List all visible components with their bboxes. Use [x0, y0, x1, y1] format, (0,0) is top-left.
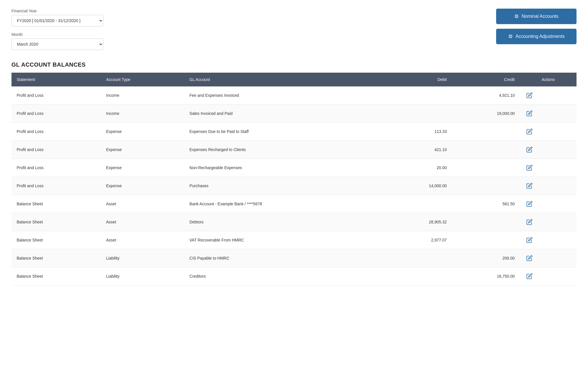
- edit-button[interactable]: [525, 91, 534, 100]
- cell-credit: 16,750.00: [452, 267, 520, 285]
- table-body: Profit and Loss Income Fee and Expenses …: [11, 86, 577, 285]
- cell-statement: Profit and Loss: [11, 141, 101, 159]
- cell-statement: Profit and Loss: [11, 159, 101, 177]
- cell-gl-account: Sales Invoiced and Paid: [184, 105, 384, 123]
- table-header: Statement Account Type GL Account Debit …: [11, 73, 577, 86]
- cell-account-type: Expense: [101, 141, 184, 159]
- accounting-adjustments-label: Accounting Adjustments: [516, 34, 565, 39]
- accounting-adjustments-button[interactable]: ⚙ Accounting Adjustments: [496, 29, 577, 44]
- gl-account-balances-section: GL ACCOUNT BALANCES Statement Account Ty…: [11, 61, 577, 285]
- cell-credit: 4,921.10: [452, 86, 520, 105]
- table-row: Balance Sheet Asset VAT Recoverable From…: [11, 231, 577, 249]
- edit-button[interactable]: [525, 109, 534, 118]
- col-account-type: Account Type: [101, 73, 184, 86]
- cell-gl-account: Bank Account - Example Bank / ****5678: [184, 195, 384, 213]
- col-actions: Actions: [520, 73, 577, 86]
- col-gl-account: GL Account: [184, 73, 384, 86]
- accounting-adjustments-icon: ⚙: [508, 33, 513, 40]
- table-row: Balance Sheet Liability CIS Payable to H…: [11, 249, 577, 267]
- financial-year-group: Financial Year FY2020 [ 01/01/2020 - 31/…: [11, 9, 103, 26]
- edit-button[interactable]: [525, 218, 534, 226]
- action-buttons-section: ⚙ Nominal Accounts ⚙ Accounting Adjustme…: [496, 9, 577, 44]
- table-row: Profit and Loss Income Fee and Expenses …: [11, 86, 577, 105]
- cell-debit: 2,977.07: [384, 231, 452, 249]
- cell-gl-account: Non-Rechargeable Expenses: [184, 159, 384, 177]
- cell-account-type: Asset: [101, 231, 184, 249]
- month-select[interactable]: March 2020: [11, 38, 103, 50]
- table-row: Balance Sheet Liability Creditors 16,750…: [11, 267, 577, 285]
- section-title: GL ACCOUNT BALANCES: [11, 61, 577, 68]
- cell-debit: [384, 105, 452, 123]
- col-statement: Statement: [11, 73, 101, 86]
- cell-gl-account: Creditors: [184, 267, 384, 285]
- cell-credit: 581.50: [452, 195, 520, 213]
- cell-statement: Profit and Loss: [11, 86, 101, 105]
- edit-button[interactable]: [525, 145, 534, 154]
- top-section: Financial Year FY2020 [ 01/01/2020 - 31/…: [11, 9, 577, 50]
- edit-button[interactable]: [525, 127, 534, 136]
- cell-actions: [520, 159, 577, 177]
- cell-actions: [520, 105, 577, 123]
- cell-actions: [520, 195, 577, 213]
- table-row: Profit and Loss Expense Purchases 14,000…: [11, 177, 577, 195]
- financial-year-select[interactable]: FY2020 [ 01/01/2020 - 31/12/2020 ]: [11, 15, 103, 26]
- cell-debit: 113.33: [384, 123, 452, 141]
- cell-debit: [384, 249, 452, 267]
- col-credit: Credit: [452, 73, 520, 86]
- edit-button[interactable]: [525, 254, 534, 262]
- cell-account-type: Expense: [101, 177, 184, 195]
- cell-account-type: Liability: [101, 267, 184, 285]
- edit-button[interactable]: [525, 200, 534, 208]
- cell-account-type: Asset: [101, 213, 184, 231]
- table-row: Profit and Loss Expense Non-Rechargeable…: [11, 159, 577, 177]
- month-label: Month: [11, 32, 103, 37]
- cell-account-type: Income: [101, 105, 184, 123]
- edit-button[interactable]: [525, 181, 534, 190]
- table-row: Balance Sheet Asset Debtors 28,905.32: [11, 213, 577, 231]
- cell-account-type: Asset: [101, 195, 184, 213]
- cell-account-type: Income: [101, 86, 184, 105]
- cell-credit: [452, 177, 520, 195]
- cell-gl-account: Fee and Expenses Invoiced: [184, 86, 384, 105]
- financial-year-label: Financial Year: [11, 9, 103, 13]
- cell-statement: Balance Sheet: [11, 267, 101, 285]
- cell-gl-account: VAT Recoverable From HMRC: [184, 231, 384, 249]
- cell-statement: Profit and Loss: [11, 123, 101, 141]
- cell-debit: [384, 195, 452, 213]
- cell-credit: [452, 123, 520, 141]
- cell-statement: Profit and Loss: [11, 177, 101, 195]
- cell-gl-account: Expenses Due to be Paid to Staff: [184, 123, 384, 141]
- form-section: Financial Year FY2020 [ 01/01/2020 - 31/…: [11, 9, 103, 50]
- month-group: Month March 2020: [11, 32, 103, 50]
- cell-gl-account: Debtors: [184, 213, 384, 231]
- nominal-accounts-label: Nominal Accounts: [522, 14, 558, 19]
- cell-debit: 28,905.32: [384, 213, 452, 231]
- cell-credit: 19,000.00: [452, 105, 520, 123]
- nominal-accounts-button[interactable]: ⚙ Nominal Accounts: [496, 9, 577, 24]
- cell-actions: [520, 86, 577, 105]
- cell-credit: [452, 231, 520, 249]
- table-row: Balance Sheet Asset Bank Account - Examp…: [11, 195, 577, 213]
- cell-account-type: Expense: [101, 159, 184, 177]
- nominal-accounts-icon: ⚙: [514, 13, 519, 20]
- cell-statement: Balance Sheet: [11, 249, 101, 267]
- cell-gl-account: Purchases: [184, 177, 384, 195]
- cell-credit: [452, 213, 520, 231]
- cell-debit: [384, 267, 452, 285]
- cell-credit: [452, 141, 520, 159]
- cell-actions: [520, 249, 577, 267]
- cell-statement: Balance Sheet: [11, 231, 101, 249]
- table-row: Profit and Loss Income Sales Invoiced an…: [11, 105, 577, 123]
- edit-button[interactable]: [525, 163, 534, 172]
- cell-actions: [520, 177, 577, 195]
- cell-debit: 20.00: [384, 159, 452, 177]
- cell-credit: 200.00: [452, 249, 520, 267]
- cell-debit: 421.10: [384, 141, 452, 159]
- cell-account-type: Expense: [101, 123, 184, 141]
- edit-button[interactable]: [525, 236, 534, 244]
- cell-account-type: Liability: [101, 249, 184, 267]
- cell-actions: [520, 123, 577, 141]
- edit-button[interactable]: [525, 272, 534, 281]
- cell-actions: [520, 213, 577, 231]
- cell-debit: 14,000.00: [384, 177, 452, 195]
